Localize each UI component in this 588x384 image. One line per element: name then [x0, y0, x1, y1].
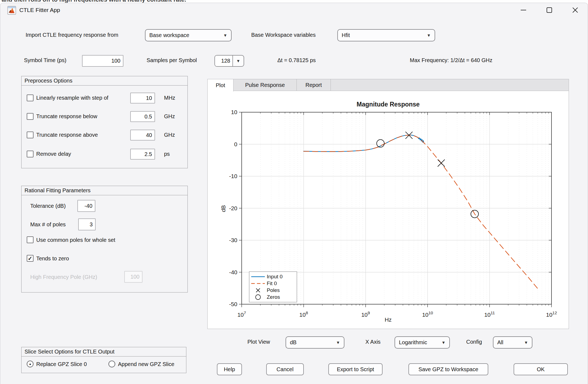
maximize-button[interactable] — [541, 4, 558, 17]
svg-text:10: 10 — [231, 109, 237, 115]
import-source-dropdown[interactable]: Base workspace ▼ — [145, 29, 232, 41]
linearly-resample-label: Linearly resample with step of — [36, 95, 108, 101]
max-poles-field[interactable] — [78, 218, 96, 230]
tab-plot[interactable]: Plot — [208, 79, 234, 92]
truncate-above-field[interactable] — [130, 130, 155, 141]
titlebar: CTLE Fitter App — [0, 3, 588, 17]
hf-pole-field — [124, 271, 143, 283]
close-button[interactable] — [566, 4, 584, 17]
tends-to-zero-checkbox[interactable]: ✓ — [27, 255, 34, 262]
chevron-down-icon: ▼ — [524, 340, 528, 345]
tends-to-zero-label: Tends to zero — [36, 255, 69, 262]
max-frequency-readout: Max Frequency: 1/2/Δt = 640 GHz — [410, 57, 492, 63]
fit-line-swatch — [249, 282, 267, 285]
maximize-icon — [546, 7, 553, 14]
truncate-below-field[interactable] — [130, 111, 155, 122]
samples-per-symbol-combo[interactable]: 128 ▼ — [214, 55, 244, 67]
remove-delay-checkbox[interactable] — [27, 151, 34, 157]
rational-fitting-panel: Rational Fitting Parameters Tolerance (d… — [21, 186, 188, 292]
replace-gpz-radio[interactable]: ● — [27, 361, 34, 367]
minimize-button[interactable] — [515, 4, 532, 17]
replace-gpz-label: Replace GPZ Slice 0 — [36, 361, 87, 367]
truncate-above-label: Truncate response above — [36, 132, 98, 138]
preprocess-panel-title: Preprocess Options — [22, 76, 187, 85]
tab-bar: Plot Pulse Response Report — [207, 79, 569, 91]
common-poles-label: Use common poles for whole set — [36, 237, 115, 243]
import-source-label: Import CTLE frequency response from — [26, 32, 118, 38]
truncate-below-checkbox[interactable] — [27, 113, 34, 120]
config-dropdown[interactable]: All ▼ — [493, 336, 532, 349]
truncate-below-unit: GHz — [164, 113, 175, 120]
resample-step-field[interactable] — [130, 93, 155, 103]
plot-view-value: dB — [290, 339, 296, 346]
tolerance-label: Tolerance (dB) — [30, 203, 66, 209]
preprocess-options-panel: Preprocess Options Linearly resample wit… — [21, 76, 188, 168]
ctle-fitter-window: CTLE Fitter App Import CTLE frequency re… — [0, 3, 588, 384]
chevron-down-icon[interactable]: ▼ — [233, 56, 244, 66]
svg-text:-10: -10 — [229, 173, 237, 179]
rational-panel-header: Rational Fitting Parameters — [22, 186, 187, 195]
x-axis-value: Logarithmic — [399, 339, 427, 346]
help-button[interactable]: Help — [217, 363, 242, 375]
zero-marker-swatch — [249, 294, 267, 300]
config-label: Config — [466, 339, 482, 345]
common-poles-checkbox[interactable] — [27, 236, 34, 243]
truncate-below-label: Truncate response below — [36, 113, 97, 120]
window-title: CTLE Fitter App — [19, 7, 60, 13]
ok-button[interactable]: OK — [514, 363, 568, 375]
slice-panel-title: Slice Select Options for CTLE Output — [22, 347, 186, 356]
chevron-down-icon: ▼ — [427, 33, 431, 38]
y-axis-label: dB — [220, 200, 227, 217]
plot-view-dropdown[interactable]: dB ▼ — [286, 336, 344, 349]
preprocess-panel-header: Preprocess Options — [22, 76, 187, 86]
pole-marker-swatch — [249, 288, 267, 293]
chevron-down-icon: ▼ — [441, 340, 445, 345]
rational-panel-title: Rational Fitting Parameters — [22, 186, 187, 195]
chart-legend: Input 0 Fit 0 Poles Zeros — [249, 272, 297, 302]
import-source-value: Base workspace — [149, 32, 189, 38]
tab-pulse-response[interactable]: Pulse Response — [234, 79, 297, 91]
slice-panel-header: Slice Select Options for CTLE Output — [22, 347, 186, 356]
remove-delay-field[interactable] — [130, 149, 155, 160]
workspace-variable-dropdown[interactable]: Hfit ▼ — [337, 29, 435, 41]
delta-t-readout: Δt = 0.78125 ps — [277, 57, 316, 63]
symbol-time-field[interactable] — [82, 55, 123, 67]
samples-per-symbol-value[interactable]: 128 — [215, 56, 233, 66]
truncate-above-unit: GHz — [164, 132, 175, 138]
x-axis-label: Hz — [208, 316, 569, 323]
svg-text:0: 0 — [234, 141, 237, 147]
tab-report[interactable]: Report — [297, 79, 331, 91]
save-gpz-button[interactable]: Save GPZ to Workspace — [408, 363, 488, 375]
legend-item-input: Input 0 — [249, 273, 297, 280]
linearly-resample-checkbox[interactable] — [27, 95, 34, 101]
legend-item-poles: Poles — [249, 287, 297, 294]
symbol-time-label: Symbol Time (ps) — [24, 57, 66, 63]
minimize-icon — [520, 7, 527, 14]
chevron-down-icon: ▼ — [336, 340, 340, 345]
svg-text:-20: -20 — [229, 205, 237, 211]
x-axis-dropdown[interactable]: Logarithmic ▼ — [395, 336, 450, 349]
slice-select-panel: Slice Select Options for CTLE Output ● R… — [21, 347, 186, 373]
export-to-script-button[interactable]: Export to Script — [328, 363, 383, 375]
truncate-above-checkbox[interactable] — [27, 132, 34, 138]
x-axis-mode-label: X Axis — [365, 339, 381, 345]
tolerance-field[interactable] — [77, 200, 95, 212]
hf-pole-label: High Frequency Pole (GHz) — [30, 274, 97, 280]
svg-text:-30: -30 — [229, 237, 237, 243]
close-icon — [572, 7, 579, 14]
matlab-icon — [7, 6, 16, 15]
input-line-swatch — [249, 276, 267, 278]
max-poles-label: Max # of poles — [30, 221, 66, 228]
legend-item-fit: Fit 0 — [249, 280, 297, 287]
cancel-button[interactable]: Cancel — [266, 363, 304, 375]
svg-text:-50: -50 — [229, 301, 237, 307]
chevron-down-icon: ▼ — [223, 33, 227, 38]
remove-delay-unit: ps — [164, 151, 170, 157]
svg-text:-40: -40 — [229, 269, 237, 275]
append-gpz-label: Append new GPZ Slice — [118, 361, 174, 367]
config-value: All — [497, 339, 503, 346]
append-gpz-radio[interactable] — [108, 361, 115, 367]
samples-per-symbol-label: Samples per Symbol — [147, 57, 197, 63]
legend-item-zeros: Zeros — [249, 294, 297, 300]
resample-step-unit: MHz — [164, 95, 175, 101]
